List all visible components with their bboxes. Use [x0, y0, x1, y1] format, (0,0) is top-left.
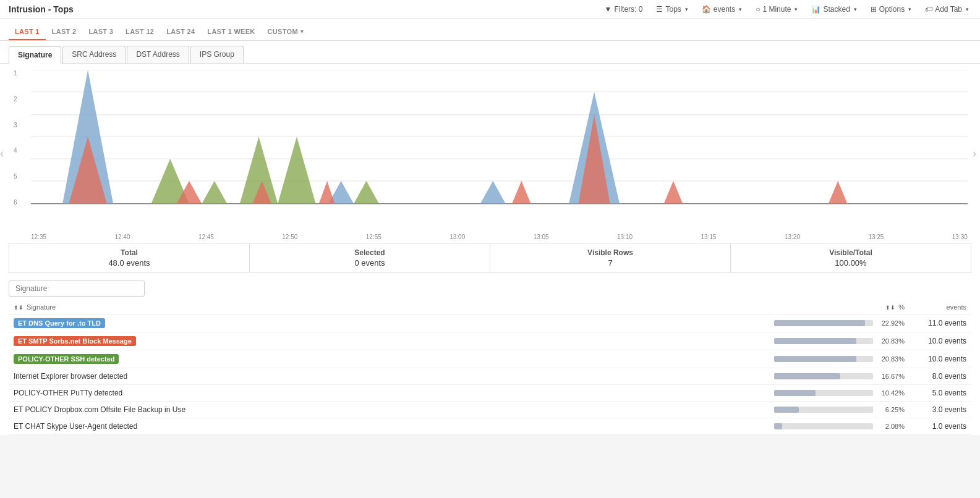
svg-marker-19: [480, 181, 506, 204]
filter-icon: ▼: [605, 5, 612, 14]
stat-total: Total 48.0 events: [9, 243, 250, 272]
bar-background: [774, 407, 873, 413]
pct-cell: 22.92%: [761, 314, 910, 332]
signature-badge[interactable]: ET DNS Query for .to TLD: [14, 318, 105, 328]
svg-marker-18: [319, 181, 335, 204]
stat-ratio: Visible/Total 100.00%: [731, 243, 971, 272]
signature-cell: POLICY-OTHER SSH detected: [9, 350, 761, 368]
minute-button[interactable]: ○ 1 Minute ▾: [753, 4, 800, 15]
chart-y-axis: 6 5 4 3 2 1: [14, 70, 17, 218]
bar-cell: 20.83%: [766, 355, 905, 363]
pct-label: 16.67%: [877, 373, 905, 380]
bar-fill: [774, 320, 865, 326]
signature-badge[interactable]: POLICY-OTHER SSH detected: [14, 354, 119, 364]
svg-marker-20: [512, 181, 531, 204]
pct-cell: 2.08%: [761, 418, 910, 435]
pct-cell: 20.83%: [761, 332, 910, 350]
bar-fill: [774, 356, 856, 362]
options-button[interactable]: ⊞ Options ▾: [868, 4, 914, 15]
events-button[interactable]: 🏠 events ▾: [699, 4, 744, 15]
bar-cell: 2.08%: [766, 423, 905, 430]
timerange-tab-last1[interactable]: LAST 1: [9, 24, 46, 40]
grid-icon: ⊞: [871, 5, 877, 14]
subtab-dst[interactable]: DST Address: [127, 46, 189, 63]
col-header-events: events: [910, 300, 971, 314]
bar-background: [774, 373, 873, 379]
events-cell: 11.0 events: [910, 314, 971, 332]
topbar: Intrusion - Tops ▼ Filters: 0 ☰ Tops ▾ 🏠…: [0, 0, 980, 19]
pct-label: 22.92%: [877, 319, 905, 327]
timerange-tab-last1week[interactable]: LAST 1 WEEK: [201, 24, 261, 40]
page-title: Intrusion - Tops: [9, 4, 74, 14]
col-header-signature[interactable]: ⬆⬇ Signature: [9, 300, 761, 314]
tag-icon: 🏷: [925, 5, 932, 14]
chart-svg: [31, 70, 968, 230]
events-cell: 1.0 events: [910, 418, 971, 435]
events-cell: 8.0 events: [910, 368, 971, 385]
pct-label: 2.08%: [877, 423, 905, 430]
bar-cell: 16.67%: [766, 373, 905, 380]
events-cell: 10.0 events: [910, 350, 971, 368]
bar-fill: [774, 390, 816, 396]
subtab-src[interactable]: SRC Address: [62, 46, 126, 63]
bar-cell: 6.25%: [766, 406, 905, 413]
bar-cell: 10.42%: [766, 389, 905, 397]
chevron-down-icon: ▾: [795, 6, 798, 12]
bar-background: [774, 423, 873, 429]
chevron-down-icon: ▾: [300, 28, 304, 35]
filter-area: [0, 273, 980, 300]
signature-cell: ET CHAT Skype User-Agent detected: [9, 418, 761, 435]
chart-scroll-left[interactable]: ‹: [0, 147, 4, 160]
sort-arrows-icon: ⬆⬇: [885, 305, 895, 311]
stacked-button[interactable]: 📊 Stacked ▾: [809, 4, 859, 15]
table-row: ET DNS Query for .to TLD22.92%11.0 event…: [9, 314, 971, 332]
chevron-down-icon: ▾: [739, 6, 742, 12]
chart-icon: 📊: [811, 5, 820, 14]
bar-background: [774, 390, 873, 396]
col-header-pct[interactable]: ⬆⬇ %: [761, 300, 910, 314]
events-cell: 10.0 events: [910, 332, 971, 350]
table-wrap: ⬆⬇ Signature ⬆⬇ % events ET DNS Query fo…: [0, 300, 980, 435]
data-table: ⬆⬇ Signature ⬆⬇ % events ET DNS Query fo…: [9, 300, 971, 435]
signature-badge[interactable]: ET SMTP Sorbs.net Block Message: [14, 336, 136, 346]
filters-button[interactable]: ▼ Filters: 0: [602, 4, 646, 15]
bar-fill: [774, 407, 799, 413]
chevron-down-icon: ▾: [685, 6, 688, 12]
timerange-tab-last3[interactable]: LAST 3: [82, 24, 119, 40]
pct-label: 6.25%: [877, 406, 905, 413]
bar-background: [774, 320, 873, 326]
main-content: Signature SRC Address DST Address IPS Gr…: [0, 41, 980, 435]
timerange-tab-last12[interactable]: LAST 12: [119, 24, 160, 40]
subtab-signature[interactable]: Signature: [9, 46, 61, 64]
timerange-tab-last2[interactable]: LAST 2: [46, 24, 83, 40]
table-row: ET POLICY Dropbox.com Offsite File Backu…: [9, 402, 971, 418]
table-row: ET SMTP Sorbs.net Block Message20.83%10.…: [9, 332, 971, 350]
subtab-ips[interactable]: IPS Group: [190, 46, 244, 63]
chart-container: ‹ › 6 5 4 3 2 1: [0, 64, 980, 243]
clock-icon: ○: [756, 5, 760, 14]
pct-label: 10.42%: [877, 389, 905, 397]
signature-cell: ET POLICY Dropbox.com Offsite File Backu…: [9, 402, 761, 418]
signature-cell: ET DNS Query for .to TLD: [9, 314, 761, 332]
svg-marker-24: [829, 181, 848, 204]
chart-scroll-right[interactable]: ›: [973, 147, 976, 160]
chart-wrapper: 6 5 4 3 2 1: [31, 70, 968, 243]
table-row: POLICY-OTHER SSH detected20.83%10.0 even…: [9, 350, 971, 368]
table-row: Internet Explorer browser detected16.67%…: [9, 368, 971, 385]
pct-cell: 6.25%: [761, 402, 910, 418]
pct-label: 20.83%: [877, 337, 905, 345]
table-row: POLICY-OTHER PuTTy detected10.42%5.0 eve…: [9, 385, 971, 402]
tops-button[interactable]: ☰ Tops ▾: [654, 4, 690, 15]
pct-cell: 20.83%: [761, 350, 910, 368]
bar-fill: [774, 423, 782, 429]
timerange-tab-last24[interactable]: LAST 24: [160, 24, 201, 40]
svg-marker-17: [354, 181, 379, 204]
svg-marker-12: [202, 181, 227, 204]
timerange-tab-custom[interactable]: CUSTOM ▾: [262, 24, 310, 40]
signature-cell: Internet Explorer browser detected: [9, 368, 761, 385]
signature-filter-input[interactable]: [9, 281, 145, 297]
pct-cell: 10.42%: [761, 385, 910, 402]
add-tab-button[interactable]: 🏷 Add Tab ▾: [922, 4, 971, 15]
chevron-down-icon: ▾: [966, 6, 969, 12]
pct-label: 20.83%: [877, 355, 905, 363]
